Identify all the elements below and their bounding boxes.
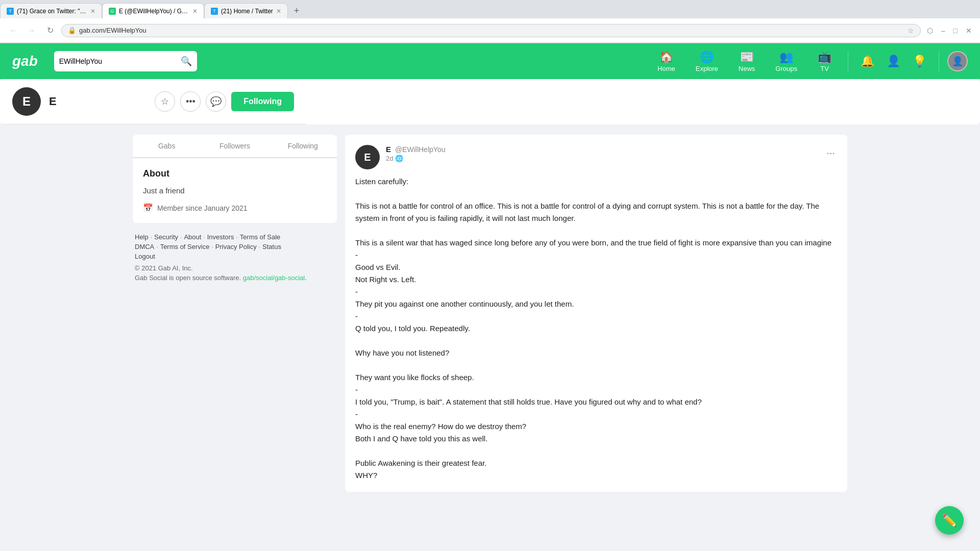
footer-links: Help · Security · About · Investors · Te…	[133, 229, 337, 286]
tab-favicon-3: T	[211, 8, 218, 15]
explore-label: Explore	[696, 65, 718, 72]
main-layout: Gabs Followers Following About Just a fr…	[133, 127, 847, 500]
browser-tab-1[interactable]: T (71) Grace on Twitter: "Kronecke... ✕	[0, 3, 102, 18]
nav-tv[interactable]: 📺 TV	[810, 47, 840, 76]
back-button[interactable]: ←	[6, 23, 20, 38]
nav-news[interactable]: 📰 News	[730, 47, 764, 76]
close-browser-button[interactable]: ✕	[964, 24, 974, 37]
tab-close-1[interactable]: ✕	[90, 8, 95, 15]
star-icon[interactable]: ☆	[908, 27, 914, 35]
avatar-letter: E	[22, 94, 31, 109]
minimize-button[interactable]: –	[939, 24, 947, 37]
oss-text: Gab Social is open source software.	[135, 274, 241, 282]
lock-icon: 🔒	[68, 27, 76, 34]
forward-button[interactable]: →	[24, 23, 39, 38]
post-card: E E @EWillHelpYou 2d 🌐 ··· List	[345, 135, 847, 492]
nav-divider	[848, 51, 848, 71]
footer-copyright: © 2021 Gab AI, Inc.	[135, 264, 335, 272]
post-author-handle: @EWillHelpYou	[395, 145, 446, 154]
footer-row-3: Logout	[135, 253, 335, 260]
news-label: News	[739, 65, 755, 72]
nav-home[interactable]: 🏠 Home	[649, 47, 683, 76]
gab-logo[interactable]: gab	[12, 53, 38, 69]
compose-fab-button[interactable]: ✏️	[935, 506, 964, 535]
post-author-name[interactable]: E	[386, 145, 391, 154]
browser-tabs: T (71) Grace on Twitter: "Kronecke... ✕ …	[0, 0, 980, 18]
profile-display-name: E	[49, 95, 57, 108]
profile-header: E E ☆ ••• 💬 Following	[0, 79, 306, 124]
post-author-line: E @EWillHelpYou	[386, 145, 818, 154]
tab-favicon-1: T	[7, 8, 14, 15]
about-description: Just a friend	[143, 186, 327, 195]
nav-explore[interactable]: 🌐 Explore	[688, 47, 726, 76]
news-icon: 📰	[740, 51, 754, 64]
post-author-avatar: E	[355, 145, 380, 169]
tab-followers-label: Followers	[219, 142, 250, 150]
tab-gabs[interactable]: Gabs	[133, 135, 201, 158]
bulb-icon[interactable]: 💡	[909, 51, 930, 72]
star-action-button[interactable]: ☆	[155, 91, 175, 112]
tab-gabs-label: Gabs	[158, 142, 175, 150]
footer-link-about[interactable]: About	[184, 233, 201, 241]
more-action-button[interactable]: •••	[180, 91, 201, 112]
tab-following[interactable]: Following	[269, 135, 337, 158]
post-time: 2d	[386, 155, 393, 162]
browser-tab-2[interactable]: G E (@EWillHelpYou) / Gab Social ✕	[102, 3, 204, 18]
tab-favicon-2: G	[109, 8, 116, 15]
chat-action-button[interactable]: 💬	[206, 91, 226, 112]
browser-toolbar: ← → ↻ 🔒 ☆ ⬡ – □ ✕	[0, 18, 980, 43]
people-icon[interactable]: 👤	[883, 51, 904, 72]
star-icon: ☆	[161, 96, 169, 107]
oss-link[interactable]: gab/social/gab-social	[243, 274, 305, 282]
footer-link-dmca[interactable]: DMCA	[135, 243, 154, 251]
nav-groups[interactable]: 👥 Groups	[767, 47, 805, 76]
member-since-text: Member since January 2021	[157, 204, 248, 212]
tv-label: TV	[820, 65, 829, 72]
following-button[interactable]: Following	[231, 92, 294, 111]
tab-following-label: Following	[288, 142, 318, 150]
calendar-icon: 📅	[143, 203, 153, 213]
maximize-button[interactable]: □	[951, 24, 960, 37]
footer-link-terms-of-sale[interactable]: Terms of Sale	[240, 233, 280, 241]
url-input[interactable]	[79, 27, 904, 34]
footer-link-investors[interactable]: Investors	[207, 233, 234, 241]
site-wrapper: gab 🔍 🏠 Home 🌐 Explore 📰 News 👥 Groups	[0, 43, 980, 551]
refresh-button[interactable]: ↻	[43, 23, 57, 38]
footer-link-privacy-policy[interactable]: Privacy Policy	[215, 243, 257, 251]
post-avatar-letter: E	[364, 152, 371, 163]
left-sidebar: Gabs Followers Following About Just a fr…	[133, 135, 337, 492]
more-icon: •••	[186, 96, 195, 107]
search-icon[interactable]: 🔍	[181, 56, 192, 67]
profile-area: E E ☆ ••• 💬 Following	[0, 79, 980, 124]
footer-link-help[interactable]: Help	[135, 233, 149, 241]
about-card: About Just a friend 📅 Member since Janua…	[133, 158, 337, 223]
compose-icon: ✏️	[942, 513, 957, 528]
groups-icon: 👥	[779, 51, 793, 64]
home-label: Home	[657, 65, 675, 72]
main-content: E E @EWillHelpYou 2d 🌐 ··· List	[345, 135, 847, 492]
browser-chrome: T (71) Grace on Twitter: "Kronecke... ✕ …	[0, 0, 980, 43]
tab-close-2[interactable]: ✕	[192, 8, 198, 15]
post-meta: E @EWillHelpYou 2d 🌐	[386, 145, 818, 162]
nav-divider-2	[939, 51, 939, 71]
post-time-row: 2d 🌐	[386, 155, 818, 162]
tab-close-3[interactable]: ✕	[276, 8, 281, 15]
post-header: E E @EWillHelpYou 2d 🌐 ···	[355, 145, 837, 169]
address-bar[interactable]: 🔒 ☆	[61, 24, 921, 37]
groups-label: Groups	[775, 65, 797, 72]
footer-link-logout[interactable]: Logout	[135, 253, 155, 260]
post-body: Listen carefully: This is not a battle f…	[355, 176, 837, 482]
post-more-button[interactable]: ···	[824, 145, 837, 161]
browser-tab-3[interactable]: T (21) Home / Twitter ✕	[204, 3, 288, 18]
extensions-button[interactable]: ⬡	[925, 24, 935, 37]
footer-link-terms-of-service[interactable]: Terms of Service	[160, 243, 210, 251]
notifications-bell-icon[interactable]: 🔔	[856, 51, 878, 72]
profile-tabs: Gabs Followers Following	[133, 135, 337, 158]
post-globe-icon: 🌐	[395, 155, 403, 162]
footer-link-security[interactable]: Security	[154, 233, 178, 241]
user-avatar-button[interactable]: 👤	[947, 51, 968, 71]
tab-followers[interactable]: Followers	[201, 135, 268, 158]
search-input[interactable]	[59, 57, 178, 65]
footer-link-status[interactable]: Status	[262, 243, 281, 251]
new-tab-button[interactable]: +	[290, 4, 304, 18]
